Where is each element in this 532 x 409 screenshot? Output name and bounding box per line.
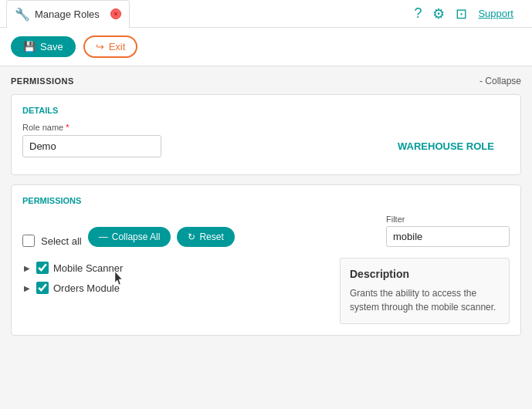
permissions-section-title: PERMISSIONS [22, 196, 510, 205]
details-card: DETAILS Role name * WAREHOUSE ROLE [11, 94, 521, 175]
save-icon: 💾 [23, 41, 36, 52]
permissions-header-label: PERMISSIONS [11, 76, 74, 86]
select-all-label: Select all [41, 235, 82, 247]
collapse-all-icon: — [99, 232, 108, 242]
save-button[interactable]: 💾 Save [11, 36, 76, 57]
tree-item-orders-module[interactable]: ▶ Orders Module [22, 278, 332, 298]
role-name-row: WAREHOUSE ROLE [22, 135, 510, 157]
select-all-checkbox[interactable] [22, 235, 35, 247]
reset-button[interactable]: ↻ Reset [177, 227, 234, 247]
role-name-input[interactable] [22, 135, 161, 157]
exit-label: Exit [109, 41, 126, 52]
support-link[interactable]: Support [478, 8, 513, 19]
window-title: Manage Roles [35, 8, 100, 20]
save-label: Save [40, 41, 63, 52]
role-name-label: Role name * [22, 123, 510, 132]
reset-label: Reset [199, 232, 223, 242]
collapse-all-label: Collapse All [112, 232, 161, 242]
wrench-icon: 🔧 [15, 7, 30, 22]
description-title: Description [350, 268, 500, 280]
filter-label: Filter [386, 215, 510, 224]
gear-icon[interactable]: ⚙ [432, 5, 445, 22]
monitor-icon[interactable]: ⊡ [456, 5, 467, 22]
tree-arrow-mobile-scanner[interactable]: ▶ [24, 264, 32, 272]
exit-button[interactable]: ↪ Exit [83, 35, 138, 58]
filter-input[interactable] [386, 226, 510, 247]
filter-group: Filter [386, 215, 510, 247]
collapse-all-button[interactable]: — Collapse All [88, 227, 171, 247]
tree-checkbox-orders-module[interactable] [36, 282, 49, 294]
description-text: Grants the ability to access the system … [350, 286, 500, 314]
help-icon[interactable]: ? [414, 5, 422, 22]
warehouse-role-label: WAREHOUSE ROLE [398, 140, 494, 152]
tree-label-mobile-scanner: Mobile Scanner [53, 262, 123, 274]
collapse-link[interactable]: - Collapse [479, 76, 521, 86]
tree-desc-row: ▶ Mobile Scanner ▶ Orders Module D [22, 258, 510, 324]
description-pane: Description Grants the ability to access… [340, 258, 510, 324]
tree-item-mobile-scanner[interactable]: ▶ Mobile Scanner [22, 258, 332, 278]
title-bar-right: ? ⚙ ⊡ Support [414, 5, 526, 22]
title-bar-tab: 🔧 Manage Roles × [6, 0, 130, 28]
reset-icon: ↻ [188, 232, 195, 242]
title-bar: 🔧 Manage Roles × ? ⚙ ⊡ Support [0, 0, 532, 28]
tree-label-orders-module: Orders Module [53, 282, 120, 294]
section-header: PERMISSIONS - Collapse [11, 76, 521, 86]
role-name-group: Role name * WAREHOUSE ROLE [22, 123, 510, 157]
main-content: PERMISSIONS - Collapse DETAILS Role name… [0, 66, 532, 409]
toolbar: 💾 Save ↪ Exit [0, 28, 532, 66]
exit-icon: ↪ [96, 41, 104, 52]
close-button[interactable]: × [110, 8, 121, 19]
permissions-card: PERMISSIONS Select all — Collapse All ↻ … [11, 184, 521, 336]
tree-arrow-orders-module[interactable]: ▶ [24, 284, 32, 292]
permissions-toolbar: Select all — Collapse All ↻ Reset Filter [22, 215, 510, 247]
required-indicator: * [66, 123, 69, 132]
tree-pane: ▶ Mobile Scanner ▶ Orders Module [22, 258, 332, 324]
details-title: DETAILS [22, 106, 510, 115]
tree-checkbox-mobile-scanner[interactable] [36, 262, 49, 274]
select-all-wrap: Select all [22, 235, 82, 247]
